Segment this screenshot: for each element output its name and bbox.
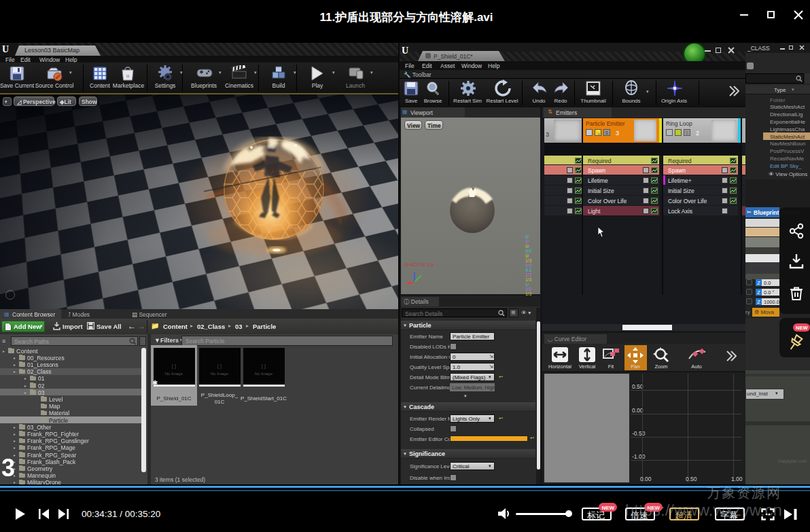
svg-text:u: u [126, 72, 130, 79]
